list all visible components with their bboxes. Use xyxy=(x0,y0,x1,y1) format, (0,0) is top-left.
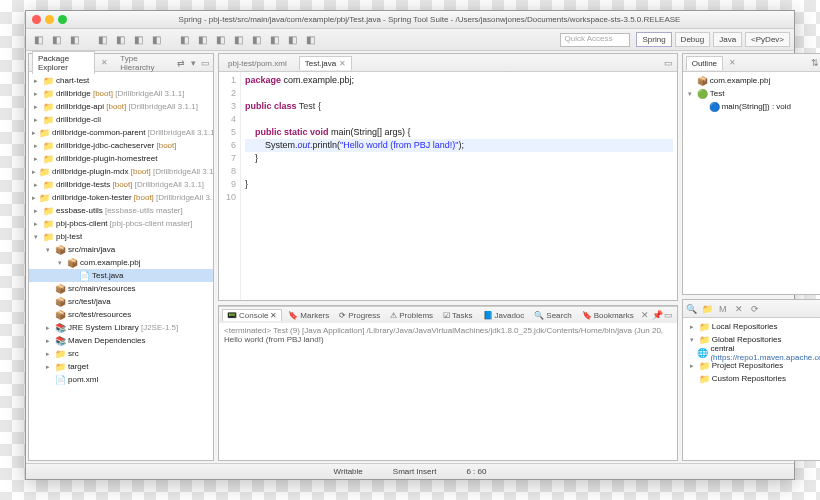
tool-btn[interactable] xyxy=(130,32,146,48)
tree-item[interactable]: ▸📚Maven Dependencies xyxy=(29,334,213,347)
console-line: Hello world (from PBJ land!) xyxy=(224,335,672,344)
repo-item[interactable]: ▸📁Local Repositories xyxy=(685,320,820,333)
repo-icon[interactable]: 📁 xyxy=(702,304,712,314)
app-window: Spring - pbj-test/src/main/java/com/exam… xyxy=(25,10,795,480)
tab-type-hierarchy[interactable]: Type Hierarchy xyxy=(114,51,170,74)
tree-item[interactable]: 📄Test.java xyxy=(29,269,213,282)
code-editor[interactable]: 12345678910 package com.example.pbj; pub… xyxy=(219,72,677,300)
tree-item[interactable]: ▸📁pbj-pbcs-client [pbj-pbcs-client maste… xyxy=(29,217,213,230)
tab-progress[interactable]: ⟳ Progress xyxy=(335,310,384,321)
tool-btn[interactable] xyxy=(230,32,246,48)
code-area[interactable]: package com.example.pbj; public class Te… xyxy=(241,72,677,300)
sort-icon[interactable]: ⇅ xyxy=(810,58,820,68)
repo-icon[interactable]: ✕ xyxy=(734,304,744,314)
outline-item[interactable]: ▾🟢Test xyxy=(683,87,820,100)
console-header: <terminated> Test (9) [Java Application]… xyxy=(224,326,672,335)
outline-item[interactable]: 🔵main(String[]) : void xyxy=(683,100,820,113)
repo-icon[interactable]: 🔍 xyxy=(686,304,696,314)
tree-item[interactable]: ▸📁essbase-utils [essbase-utils master] xyxy=(29,204,213,217)
minimize-dot[interactable] xyxy=(45,15,54,24)
tab-bookmarks[interactable]: 🔖 Bookmarks xyxy=(578,310,638,321)
tree-item[interactable]: ▸📁drillbridge-common-parent [Drillbridge… xyxy=(29,126,213,139)
quick-access-input[interactable]: Quick Access xyxy=(560,33,630,47)
tree-item[interactable]: ▸📁drillbridge-tests [boot] [DrillbridgeA… xyxy=(29,178,213,191)
outline-tabs: Outline ✕ ⇅ ▾ ▭ xyxy=(683,54,820,72)
tree-item[interactable]: ▾📦src/main/java xyxy=(29,243,213,256)
perspective-switcher: Spring Debug Java <PyDev> xyxy=(636,32,790,47)
perspective-pydev[interactable]: <PyDev> xyxy=(745,32,790,47)
tree-item[interactable]: 📄pom.xml xyxy=(29,373,213,386)
outline-item[interactable]: 📦com.example.pbj xyxy=(683,74,820,87)
tab-console[interactable]: 📟 Console ✕ xyxy=(222,309,282,321)
zoom-dot[interactable] xyxy=(58,15,67,24)
repo-item[interactable]: 📁Custom Repositories xyxy=(685,372,820,385)
tool-btn[interactable] xyxy=(176,32,192,48)
repo-item[interactable]: 🌐central (https://repo1.maven.apache.org… xyxy=(685,346,820,359)
tool-btn[interactable] xyxy=(148,32,164,48)
tree-item[interactable]: ▸📚JRE System Library [J2SE-1.5] xyxy=(29,321,213,334)
tool-btn[interactable] xyxy=(48,32,64,48)
status-insert: Smart Insert xyxy=(393,467,437,476)
tool-btn[interactable] xyxy=(302,32,318,48)
tree-item[interactable]: 📦src/test/java xyxy=(29,295,213,308)
editor-tabs: pbj-test/pom.xml Test.java ✕ ▭ xyxy=(219,54,677,72)
repo-icon[interactable]: M xyxy=(718,304,728,314)
console-clear-icon[interactable]: ✕ xyxy=(640,310,650,320)
tab-tasks[interactable]: ☑ Tasks xyxy=(439,310,476,321)
package-explorer-tabs: Package Explorer ✕ Type Hierarchy ⇄ ▾ ▭ xyxy=(29,54,213,72)
tree-item[interactable]: ▸📁chart-test xyxy=(29,74,213,87)
tree-item[interactable]: ▸📁drillbridge-jdbc-cacheserver [boot] xyxy=(29,139,213,152)
tool-btn[interactable] xyxy=(266,32,282,48)
tool-btn[interactable] xyxy=(30,32,46,48)
outline-tree[interactable]: 📦com.example.pbj▾🟢Test🔵main(String[]) : … xyxy=(683,72,820,294)
tool-btn[interactable] xyxy=(66,32,82,48)
tree-item[interactable]: ▸📁src xyxy=(29,347,213,360)
tree-item[interactable]: ▾📦com.example.pbj xyxy=(29,256,213,269)
line-gutter: 12345678910 xyxy=(219,72,241,300)
tab-javadoc[interactable]: 📘 Javadoc xyxy=(479,310,529,321)
tab-markers[interactable]: 🔖 Markers xyxy=(284,310,333,321)
console-output[interactable]: <terminated> Test (9) [Java Application]… xyxy=(219,323,677,460)
status-bar: Writable Smart Insert 6 : 60 xyxy=(26,463,794,479)
minimize-icon[interactable]: ▭ xyxy=(664,310,674,320)
tool-btn[interactable] xyxy=(284,32,300,48)
maven-repos[interactable]: ▸📁Local Repositories▾📁Global Repositorie… xyxy=(683,318,820,460)
editor-tab-test[interactable]: Test.java ✕ xyxy=(299,56,352,70)
tab-search[interactable]: 🔍 Search xyxy=(530,310,575,321)
minimize-icon[interactable]: ▭ xyxy=(200,58,210,68)
tree-item[interactable]: ▸📁drillbridge-api [boot] [DrillbridgeAll… xyxy=(29,100,213,113)
perspective-spring[interactable]: Spring xyxy=(636,32,671,47)
tab-problems[interactable]: ⚠ Problems xyxy=(386,310,437,321)
tree-item[interactable]: ▸📁drillbridge-plugin-homestreet xyxy=(29,152,213,165)
tree-item[interactable]: ▸📁drillbridge-cli xyxy=(29,113,213,126)
console-pin-icon[interactable]: 📌 xyxy=(652,310,662,320)
maximize-icon[interactable]: ▭ xyxy=(664,58,674,68)
tree-item[interactable]: ▸📁drillbridge [boot] [DrillbridgeAll 3.1… xyxy=(29,87,213,100)
tree-item[interactable]: 📦src/test/resources xyxy=(29,308,213,321)
view-menu-icon[interactable]: ▾ xyxy=(188,58,198,68)
tree-item[interactable]: ▸📁target xyxy=(29,360,213,373)
editor-tab-pom[interactable]: pbj-test/pom.xml xyxy=(222,56,293,70)
tree-item[interactable]: ▸📁drillbridge-token-tester [boot] [Drill… xyxy=(29,191,213,204)
tab-outline[interactable]: Outline xyxy=(686,56,723,70)
tool-btn[interactable] xyxy=(94,32,110,48)
tool-btn[interactable] xyxy=(112,32,128,48)
tool-btn[interactable] xyxy=(248,32,264,48)
tab-package-explorer[interactable]: Package Explorer xyxy=(32,51,95,74)
perspective-java[interactable]: Java xyxy=(713,32,742,47)
collapse-icon[interactable]: ⇄ xyxy=(176,58,186,68)
tree-item[interactable]: 📦src/main/resources xyxy=(29,282,213,295)
main-toolbar: Quick Access Spring Debug Java <PyDev> xyxy=(26,29,794,51)
repo-icon[interactable]: ⟳ xyxy=(750,304,760,314)
bottom-views: 📟 Console ✕ 🔖 Markers ⟳ Progress ⚠ Probl… xyxy=(219,306,677,323)
tree-item[interactable]: ▾📁pbj-test xyxy=(29,230,213,243)
tree-item[interactable]: ▸📁drillbridge-plugin-mdx [boot] [Drillbr… xyxy=(29,165,213,178)
tool-btn[interactable] xyxy=(194,32,210,48)
status-mode: Writable xyxy=(334,467,363,476)
package-explorer-tree[interactable]: ▸📁chart-test▸📁drillbridge [boot] [Drillb… xyxy=(29,72,213,460)
repos-toolbar: 🔍 📁 M ✕ ⟳ ▭ xyxy=(683,300,820,318)
perspective-debug[interactable]: Debug xyxy=(675,32,711,47)
tool-btn[interactable] xyxy=(212,32,228,48)
close-dot[interactable] xyxy=(32,15,41,24)
status-pos: 6 : 60 xyxy=(466,467,486,476)
